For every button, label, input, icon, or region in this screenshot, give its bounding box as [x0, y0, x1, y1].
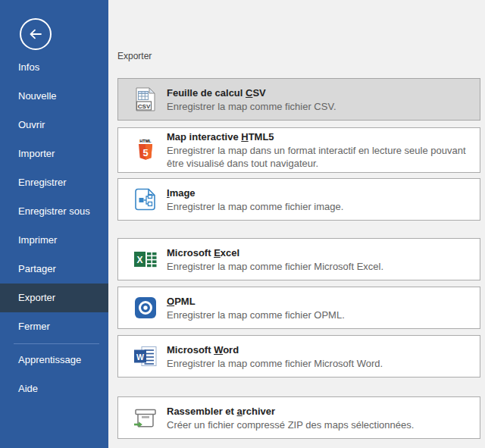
export-option-description: Enregistrer la map comme fichier Microso… [167, 357, 383, 370]
export-option-opml[interactable]: OPML Enregistrer la map comme fichier OP… [117, 287, 480, 329]
sidebar-item-aide[interactable]: Aide [0, 374, 108, 403]
export-pane: Exporter CSV Feuille de calcul CSV Enreg… [108, 0, 485, 448]
sidebar-item-fermer[interactable]: Fermer [0, 312, 108, 341]
export-option-image[interactable]: Image Enregistrer la map comme fichier i… [117, 178, 480, 221]
word-icon: W [133, 343, 158, 369]
svg-text:X: X [136, 255, 142, 265]
csv-spreadsheet-icon: CSV [133, 86, 158, 112]
sidebar-divider [14, 343, 99, 344]
sidebar-item-exporter[interactable]: Exporter [0, 284, 108, 312]
svg-text:5: 5 [142, 147, 148, 158]
export-option-text: Microsoft Word Enregistrer la map comme … [167, 343, 383, 370]
export-option-title: OPML [167, 295, 345, 308]
export-option-html5[interactable]: HTML 5 Map interactive HTML5 Enregistrer… [117, 127, 480, 173]
export-option-title: Map interactive HTML5 [167, 130, 472, 143]
svg-text:W: W [136, 352, 144, 362]
image-file-icon [133, 186, 158, 212]
export-option-description: Enregistrer la map comme fichier OPML. [167, 309, 345, 321]
export-option-excel[interactable]: X Microsoft Excel Enregistrer la map com… [117, 238, 480, 280]
page-title: Exporter [117, 51, 152, 61]
export-option-text: Feuille de calcul CSV Enregistrer la map… [167, 86, 336, 113]
export-option-title: Feuille de calcul CSV [167, 86, 336, 99]
sidebar-item-imprimer[interactable]: Imprimer [0, 226, 108, 255]
sidebar-item-enregistrer-sous[interactable]: Enregistrer sous [0, 197, 108, 226]
export-option-description: Enregistrer la map comme fichier Microso… [167, 260, 383, 273]
sidebar-item-infos[interactable]: Infos [0, 53, 108, 82]
export-option-archive[interactable]: Rassembler et archiver Créer un fichier … [117, 396, 480, 439]
export-option-text: Microsoft Excel Enregistrer la map comme… [167, 246, 383, 273]
svg-text:HTML: HTML [139, 139, 152, 143]
export-option-title: Image [167, 186, 343, 199]
html5-icon: HTML 5 [133, 137, 158, 163]
export-option-csv[interactable]: CSV Feuille de calcul CSV Enregistrer la… [117, 78, 480, 121]
excel-icon: X [133, 246, 158, 272]
export-option-title: Rassembler et archiver [167, 405, 414, 418]
sidebar-item-ouvrir[interactable]: Ouvrir [0, 111, 108, 139]
export-option-text: Image Enregistrer la map comme fichier i… [167, 186, 343, 213]
sidebar-nav: Infos Nouvelle Ouvrir Importer Enregistr… [0, 53, 108, 403]
export-option-title: Microsoft Word [167, 343, 383, 356]
arrow-left-icon [28, 28, 43, 40]
sidebar-item-importer[interactable]: Importer [0, 139, 108, 168]
export-option-description: Enregistrer la map comme fichier image. [167, 200, 343, 213]
export-option-text: Map interactive HTML5 Enregistrer la map… [167, 130, 472, 170]
sidebar-item-apprentissage[interactable]: Apprentissage [0, 346, 108, 374]
svg-text:CSV: CSV [138, 103, 151, 110]
back-button[interactable] [20, 18, 52, 50]
export-option-description: Créer un fichier compressé ZIP des maps … [167, 418, 414, 431]
export-option-description: Enregistrer la map dans un format intera… [167, 144, 472, 170]
sidebar: Infos Nouvelle Ouvrir Importer Enregistr… [0, 0, 108, 448]
export-option-text: Rassembler et archiver Créer un fichier … [167, 405, 414, 431]
export-option-word[interactable]: W Microsoft Word Enregistrer la map comm… [117, 335, 480, 378]
sidebar-item-nouvelle[interactable]: Nouvelle [0, 82, 108, 111]
export-option-title: Microsoft Excel [167, 246, 383, 259]
archive-zip-icon [133, 405, 158, 431]
opml-icon [133, 295, 158, 321]
export-option-description: Enregistrer la map comme fichier CSV. [167, 100, 336, 113]
backstage-view: Infos Nouvelle Ouvrir Importer Enregistr… [0, 0, 485, 448]
sidebar-item-partager[interactable]: Partager [0, 255, 108, 284]
sidebar-item-enregistrer[interactable]: Enregistrer [0, 168, 108, 197]
export-option-text: OPML Enregistrer la map comme fichier OP… [167, 295, 345, 321]
